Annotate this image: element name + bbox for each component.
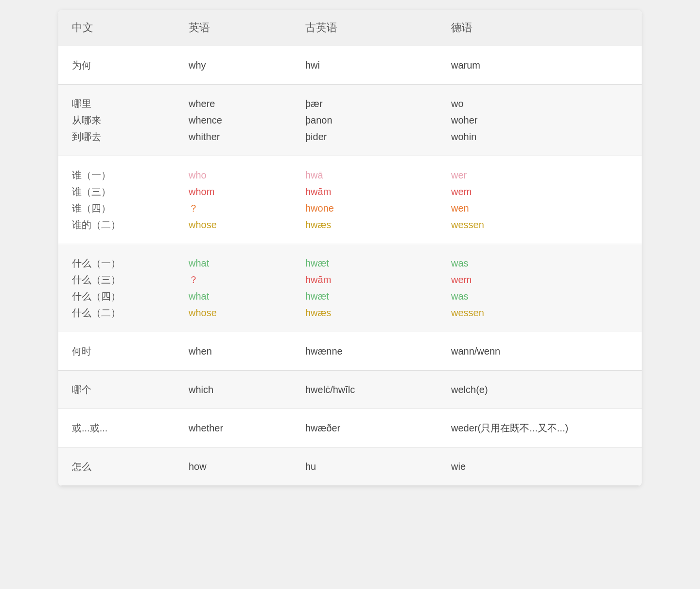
table-row: 哪里从哪来到哪去wherewhencewhitherþærþanonþiderw… <box>58 85 642 156</box>
header-oe: 古英语 <box>292 10 438 46</box>
cell-en: what？whatwhose <box>175 244 292 332</box>
header-en: 英语 <box>175 10 292 46</box>
table-row: 怎么howhuwie <box>58 447 642 486</box>
cell-de: waswemwaswessen <box>438 244 642 332</box>
cell-en: which <box>175 371 292 409</box>
cell-de: warum <box>438 46 642 85</box>
cell-zh: 何时 <box>58 332 175 371</box>
cell-oe: hwāhwāmhwonehwæs <box>292 156 438 244</box>
table-row: 谁（一）谁（三）谁（四）谁的（二）whowhom？whosehwāhwāmhwo… <box>58 156 642 244</box>
cell-de: wie <box>438 447 642 486</box>
cell-oe: þærþanonþider <box>292 85 438 156</box>
header-zh: 中文 <box>58 10 175 46</box>
cell-en: wherewhencewhither <box>175 85 292 156</box>
table-row: 什么（一）什么（三）什么（四）什么（二）what？whatwhosehwæthw… <box>58 244 642 332</box>
cell-oe: hwi <box>292 46 438 85</box>
cell-zh: 怎么 <box>58 447 175 486</box>
cell-oe: hu <box>292 447 438 486</box>
cell-de: wann/wenn <box>438 332 642 371</box>
cell-en: whether <box>175 409 292 447</box>
cell-de: wowoherwohin <box>438 85 642 156</box>
header-row: 中文 英语 古英语 德语 <box>58 10 642 46</box>
cell-zh: 或...或... <box>58 409 175 447</box>
header-de: 德语 <box>438 10 642 46</box>
cell-oe: hwelċ/hwīlc <box>292 371 438 409</box>
cell-en: how <box>175 447 292 486</box>
table-row: 何时whenhwænnewann/wenn <box>58 332 642 371</box>
cell-de: weder(只用在既不...又不...) <box>438 409 642 447</box>
table-row: 哪个whichhwelċ/hwīlcwelch(e) <box>58 371 642 409</box>
cell-en: why <box>175 46 292 85</box>
main-table-wrapper: 中文 英语 古英语 德语 为何whyhwiwarum哪里从哪来到哪去wherew… <box>58 10 642 486</box>
cell-oe: hwæðer <box>292 409 438 447</box>
cell-de: welch(e) <box>438 371 642 409</box>
cell-zh: 什么（一）什么（三）什么（四）什么（二） <box>58 244 175 332</box>
cell-zh: 哪个 <box>58 371 175 409</box>
cell-en: whowhom？whose <box>175 156 292 244</box>
cell-zh: 为何 <box>58 46 175 85</box>
linguistics-table: 中文 英语 古英语 德语 为何whyhwiwarum哪里从哪来到哪去wherew… <box>58 10 642 486</box>
table-row: 为何whyhwiwarum <box>58 46 642 85</box>
cell-en: when <box>175 332 292 371</box>
cell-zh: 谁（一）谁（三）谁（四）谁的（二） <box>58 156 175 244</box>
table-row: 或...或...whetherhwæðerweder(只用在既不...又不...… <box>58 409 642 447</box>
cell-zh: 哪里从哪来到哪去 <box>58 85 175 156</box>
cell-de: werwemwenwessen <box>438 156 642 244</box>
cell-oe: hwæthwāmhwæthwæs <box>292 244 438 332</box>
cell-oe: hwænne <box>292 332 438 371</box>
table-body: 为何whyhwiwarum哪里从哪来到哪去wherewhencewhitherþ… <box>58 46 642 486</box>
